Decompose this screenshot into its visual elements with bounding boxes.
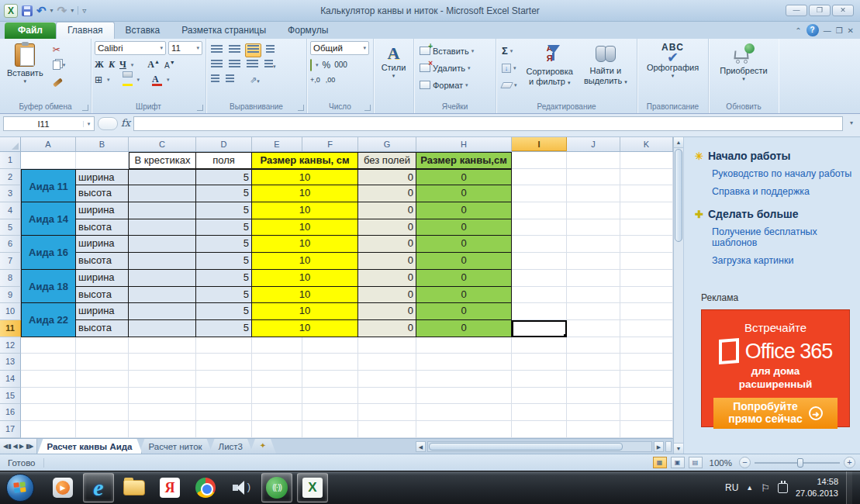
align-left-button[interactable] xyxy=(209,59,224,71)
underline-button[interactable]: Ч xyxy=(119,59,126,71)
increase-decimal-button[interactable]: +,0 xyxy=(310,76,320,84)
sheet-tab-sheet3[interactable]: Лист3 xyxy=(209,439,253,454)
cell-A13[interactable] xyxy=(21,354,76,371)
cell-A1[interactable] xyxy=(21,152,76,169)
cell-A16[interactable] xyxy=(21,404,76,421)
cell-E15[interactable] xyxy=(252,388,302,405)
delete-cells-button[interactable]: Удалить▾ xyxy=(417,61,492,74)
cell-K15[interactable] xyxy=(620,388,673,405)
cell-F17[interactable] xyxy=(302,421,358,438)
cell-H11[interactable]: 0 xyxy=(416,320,512,337)
font-size-combo[interactable]: 11▾ xyxy=(168,41,202,55)
cell-J16[interactable] xyxy=(567,404,620,421)
cell-H9[interactable]: 0 xyxy=(416,287,512,304)
tab-home[interactable]: Главная xyxy=(56,22,115,39)
cell-J8[interactable] xyxy=(567,270,620,287)
italic-button[interactable]: К xyxy=(109,59,115,71)
cell-C8[interactable] xyxy=(129,270,196,287)
cell-J3[interactable] xyxy=(567,185,620,202)
normal-view-button[interactable]: ▦ xyxy=(653,457,667,468)
tab-insert[interactable]: Вставка xyxy=(115,22,171,39)
column-header-H[interactable]: H xyxy=(416,137,512,151)
cell-A8[interactable]: Аида 18 xyxy=(21,270,76,303)
cell-B10[interactable]: ширина xyxy=(76,303,129,320)
cell-E9[interactable]: 10 xyxy=(252,287,358,304)
cell-I6[interactable] xyxy=(512,236,567,253)
cell-K13[interactable] xyxy=(620,354,673,371)
cell-D13[interactable] xyxy=(196,354,252,371)
cell-C2[interactable] xyxy=(129,169,196,186)
cell-H3[interactable]: 0 xyxy=(416,185,512,202)
orientation-button[interactable]: ⇗▾ xyxy=(248,74,261,86)
cell-K10[interactable] xyxy=(620,303,673,320)
font-name-combo[interactable]: Calibri▾ xyxy=(95,41,166,55)
clock[interactable]: 14:58 27.06.2013 xyxy=(796,476,838,499)
cell-D9[interactable]: 5 xyxy=(196,287,252,304)
sort-filter-button[interactable]: АЯ Сортировка и фильтр ▾ xyxy=(523,41,577,102)
cell-G5[interactable]: 0 xyxy=(358,219,416,236)
first-sheet-icon[interactable]: ◀▮ xyxy=(3,443,12,450)
expand-formula-bar-icon[interactable]: ▾ xyxy=(846,116,857,126)
zoom-in-icon[interactable]: + xyxy=(844,457,855,468)
office365-ad[interactable]: Встречайте Office 365 для дома расширенн… xyxy=(701,309,850,427)
cell-K2[interactable] xyxy=(620,169,673,186)
cell-I4[interactable] xyxy=(512,202,567,219)
link-getting-started-guide[interactable]: Руководство по началу работы xyxy=(712,168,860,179)
cell-A17[interactable] xyxy=(21,421,76,438)
cell-D16[interactable] xyxy=(196,404,252,421)
cell-K17[interactable] xyxy=(620,421,673,438)
cell-E11[interactable]: 10 xyxy=(252,320,358,337)
cell-K4[interactable] xyxy=(620,202,673,219)
bold-button[interactable]: Ж xyxy=(95,59,104,71)
align-bottom-button[interactable] xyxy=(245,43,261,57)
tab-formulas[interactable]: Формулы xyxy=(277,22,339,39)
insert-function-icon[interactable]: fx xyxy=(121,116,130,129)
scroll-up-icon[interactable]: ▲ xyxy=(674,137,683,148)
cell-E3[interactable]: 10 xyxy=(252,185,358,202)
zoom-slider[interactable] xyxy=(755,462,840,464)
cell-D3[interactable]: 5 xyxy=(196,185,252,202)
cell-D4[interactable]: 5 xyxy=(196,202,252,219)
cell-J2[interactable] xyxy=(567,169,620,186)
taskbar-internet-explorer[interactable]: e xyxy=(83,473,114,502)
column-header-A[interactable]: A xyxy=(21,137,76,151)
sheet-tab-threads[interactable]: Расчет ниток xyxy=(139,439,212,454)
format-cells-button[interactable]: Формат▾ xyxy=(417,78,492,91)
cell-C7[interactable] xyxy=(129,253,196,270)
cell-J13[interactable] xyxy=(567,354,620,371)
formula-input[interactable] xyxy=(133,116,843,131)
cell-C1[interactable]: В крестиках xyxy=(129,152,196,169)
fill-color-button[interactable] xyxy=(123,71,133,88)
cell-H12[interactable] xyxy=(416,337,512,354)
cell-I1[interactable] xyxy=(512,152,567,169)
collapse-ribbon-icon[interactable]: ⌃ xyxy=(795,26,801,35)
cell-E16[interactable] xyxy=(252,404,302,421)
cell-A12[interactable] xyxy=(21,337,76,354)
zoom-out-icon[interactable]: − xyxy=(739,457,751,468)
font-color-button[interactable]: А xyxy=(152,74,162,86)
cell-K8[interactable] xyxy=(620,270,673,287)
tab-file[interactable]: Файл xyxy=(5,22,56,39)
column-header-G[interactable]: G xyxy=(358,137,416,151)
cell-K5[interactable] xyxy=(620,219,673,236)
cell-C15[interactable] xyxy=(129,388,196,405)
cell-H10[interactable]: 0 xyxy=(416,303,512,320)
cell-B5[interactable]: высота xyxy=(76,219,129,236)
minimize-button[interactable]: — xyxy=(786,5,807,16)
alignment-dialog-launcher[interactable] xyxy=(298,105,304,111)
scroll-down-icon[interactable]: ▼ xyxy=(674,443,683,454)
cell-H15[interactable] xyxy=(416,388,512,405)
cell-E4[interactable]: 10 xyxy=(252,202,358,219)
cell-G10[interactable]: 0 xyxy=(358,303,416,320)
clipboard-dialog-launcher[interactable] xyxy=(82,105,88,111)
taskbar-connectify[interactable]: ((·)) xyxy=(261,473,292,502)
align-right-button[interactable] xyxy=(245,59,260,71)
column-header-I[interactable]: I xyxy=(512,137,567,151)
font-dialog-launcher[interactable] xyxy=(197,105,203,111)
cell-I10[interactable] xyxy=(512,303,567,320)
decrease-indent-button[interactable] xyxy=(209,74,221,86)
row-header-9[interactable]: 9 xyxy=(0,287,21,304)
cell-G17[interactable] xyxy=(358,421,416,438)
help-icon[interactable]: ? xyxy=(806,24,819,36)
cell-D14[interactable] xyxy=(196,371,252,388)
